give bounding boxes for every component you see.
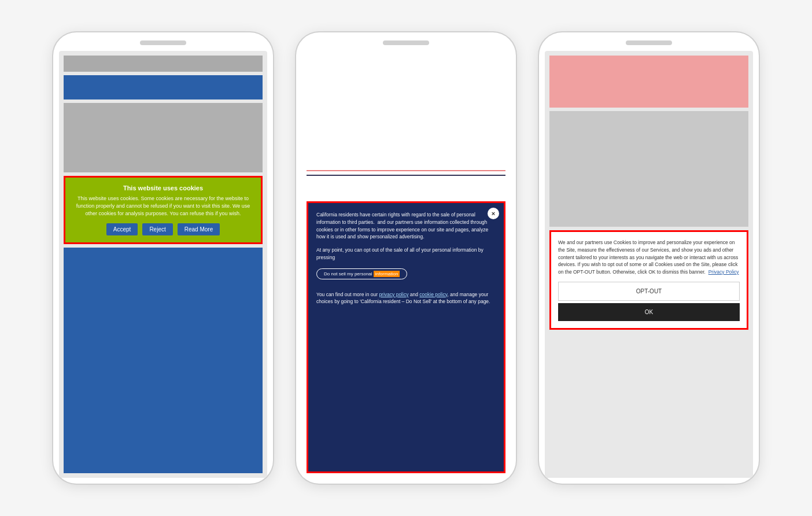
do-not-sell-highlight: information (374, 271, 400, 277)
phone-screen-3: We and our partners use Cookies to impro… (545, 51, 753, 478)
privacy-policy-link[interactable]: privacy policy (379, 292, 408, 297)
ok-button[interactable]: OK (558, 303, 740, 321)
p1-gray-block (64, 103, 263, 172)
p2-white-block (307, 56, 505, 171)
phone-2: × California residents have certain righ… (296, 32, 516, 484)
cookie-policy-link[interactable]: cookie policy (419, 292, 447, 297)
gdpr-body: We and our partners use Cookies to impro… (558, 239, 740, 276)
close-icon: × (492, 210, 495, 217)
cookie-banner-buttons: Accept Reject Read More (73, 223, 253, 235)
gdpr-banner: We and our partners use Cookies to impro… (549, 230, 748, 330)
p1-blue-bar-bottom (64, 248, 263, 473)
phone-notch-2 (383, 40, 429, 45)
do-not-sell-button[interactable]: Do not sell my personal information (316, 268, 407, 279)
p2-white-block2 (307, 176, 505, 199)
california-body3: At any point, you can opt out of the sal… (316, 246, 496, 261)
california-close-button[interactable]: × (488, 208, 499, 219)
phone-1: This website uses cookies This website u… (53, 32, 273, 484)
do-not-sell-label-part1: Do not sell my personal (324, 271, 374, 277)
phone-notch-1 (140, 40, 186, 45)
phone2-content: × California residents have certain righ… (302, 51, 510, 478)
phone3-content: We and our partners use Cookies to impro… (545, 51, 753, 478)
opt-out-button[interactable]: OPT-OUT (558, 282, 740, 301)
phone-screen-2: × California residents have certain righ… (302, 51, 510, 478)
cookie-banner-title: This website uses cookies (73, 185, 253, 191)
gdpr-privacy-policy-link[interactable]: Privacy Policy (708, 269, 739, 275)
phone-3: We and our partners use Cookies to impro… (539, 32, 759, 484)
p3-gray-block (549, 111, 748, 227)
california-banner: × California residents have certain righ… (307, 201, 505, 473)
reject-button[interactable]: Reject (142, 223, 172, 235)
phone-screen-1: This website uses cookies This website u… (59, 51, 267, 478)
phone-notch-3 (626, 40, 672, 45)
phone1-content: This website uses cookies This website u… (59, 51, 267, 478)
p1-blue-bar (64, 75, 263, 99)
cookie-banner-green: This website uses cookies This website u… (64, 176, 263, 244)
california-body1: California residents have certain rights… (316, 211, 496, 241)
california-body4: You can find out more in our privacy pol… (316, 291, 496, 306)
p3-pink-block (549, 56, 748, 108)
accept-button[interactable]: Accept (106, 223, 138, 235)
cookie-banner-body: This website uses cookies. Some cookies … (73, 195, 253, 218)
p1-gray-bar-top (64, 56, 263, 72)
read-more-button[interactable]: Read More (178, 223, 220, 235)
